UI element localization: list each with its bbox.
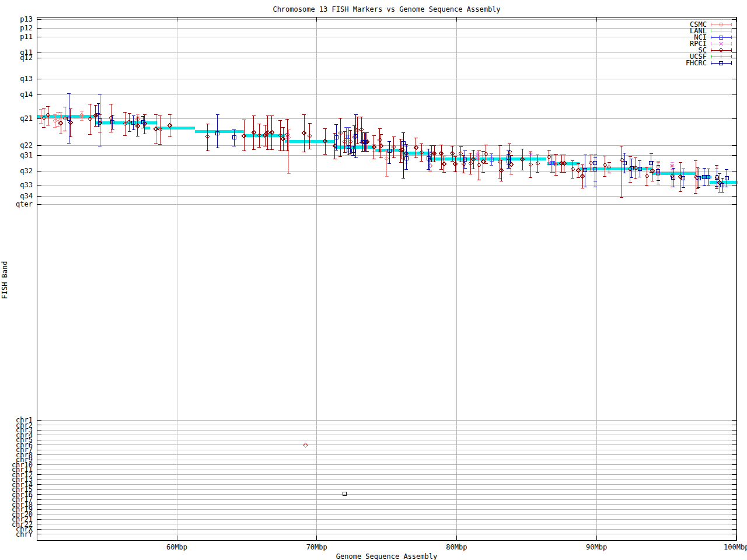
y-tick-label: p13	[20, 15, 33, 23]
y-tick-label: q31	[20, 151, 33, 159]
y-tick-label: q33	[20, 181, 33, 189]
y-tick-label: q22	[20, 141, 33, 149]
y-tick-label: q21	[20, 114, 33, 123]
x-tick-label: 100Mbp	[724, 543, 747, 551]
y-tick-label: q14	[20, 90, 33, 99]
legend-label-fhcrc: FHCRC	[686, 59, 707, 67]
y-tick-label: qter	[16, 200, 33, 208]
y-tick-label: p11	[20, 33, 33, 41]
plot-area: p13p12p11q11q12q13q14q21q22q31q32q33q34q…	[0, 0, 747, 560]
y-tick-label: q32	[20, 167, 33, 175]
y-tick-label: p12	[20, 24, 33, 32]
x-tick-label: 90Mbp	[586, 543, 607, 551]
y-tick-label: chrY	[16, 530, 33, 538]
y-tick-label: q13	[20, 75, 33, 83]
fish-marker-chart-screen: Chromosome 13 FISH Markers vs Genome Seq…	[0, 0, 747, 560]
y-tick-label: q34	[20, 192, 33, 200]
square-marker	[343, 492, 347, 495]
y-tick-label: q12	[20, 54, 33, 62]
x-tick-label: 80Mbp	[446, 543, 467, 551]
plot-border	[37, 17, 736, 540]
x-tick-label: 60Mbp	[166, 543, 187, 551]
x-tick-label: 70Mbp	[306, 543, 327, 551]
